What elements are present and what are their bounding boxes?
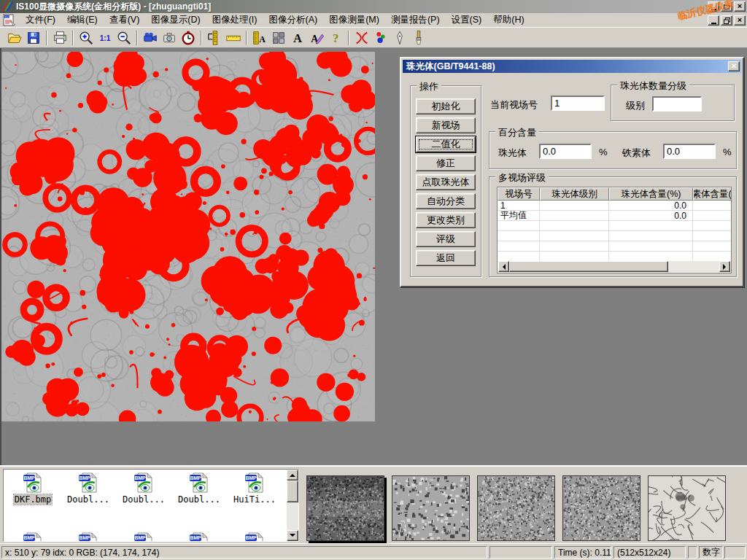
pen-button[interactable] — [390, 29, 409, 47]
hscroll-thumb[interactable] — [509, 261, 668, 272]
column-header-2[interactable]: 珠光体含量(%) — [609, 187, 693, 201]
multi-field-table[interactable]: 视场号珠光体级别珠光体含量(%)铁素体含量(%) 10.0平均值0.0 — [497, 187, 732, 273]
grade-level-input[interactable] — [652, 96, 702, 112]
open-button[interactable] — [5, 29, 24, 47]
file-list[interactable]: BMPDKF.bmpBMPDoubl...BMPDoubl...BMPDoubl… — [3, 469, 299, 542]
scroll-down-button[interactable] — [287, 530, 298, 541]
minimize-button[interactable] — [708, 1, 719, 12]
zoom-out-button[interactable] — [115, 29, 133, 47]
help-button[interactable]: ? — [326, 29, 345, 47]
specimen-thumbnail-5[interactable] — [648, 475, 726, 541]
curve-button[interactable] — [352, 29, 371, 47]
close-button[interactable]: × — [734, 1, 746, 12]
specimen-thumbnail-2[interactable] — [392, 475, 470, 541]
ruler-button[interactable] — [224, 29, 243, 47]
specimen-thumbnail-3[interactable] — [477, 475, 555, 541]
table-hscrollbar[interactable] — [498, 261, 730, 272]
grade-button[interactable]: 评级 — [416, 231, 476, 247]
dialog-title-bar[interactable]: 珠光体(GB/T9441-88) × — [403, 60, 741, 73]
menu-item-image-measure[interactable]: 图像测量(M) — [323, 12, 385, 28]
table-row-4[interactable] — [498, 241, 731, 252]
correct-button[interactable]: 修正 — [416, 155, 476, 171]
caliper-button[interactable] — [205, 29, 224, 47]
grid-button[interactable] — [269, 29, 288, 47]
brush-button[interactable] — [409, 29, 428, 47]
file-item-row2[interactable]: BMP — [173, 532, 225, 542]
binarize-button[interactable]: 二值化 — [416, 136, 476, 152]
video-button[interactable] — [141, 29, 160, 47]
auto-class-button[interactable]: 自动分类 — [416, 193, 476, 209]
filelist-vscrollbar[interactable] — [287, 470, 298, 541]
file-item-row2[interactable]: BMP — [117, 532, 170, 542]
table-cell — [540, 211, 609, 221]
file-item-row2[interactable]: BMP — [228, 532, 281, 542]
save-button[interactable] — [24, 29, 43, 47]
column-header-0[interactable]: 视场号 — [498, 187, 540, 201]
pearlite-percent-input[interactable] — [539, 144, 592, 159]
text-button[interactable]: A — [288, 29, 307, 47]
timer-button[interactable] — [179, 29, 198, 47]
vscroll-thumb[interactable] — [287, 481, 298, 502]
measure-text-button[interactable]: A — [250, 29, 269, 47]
menu-item-image-processing[interactable]: 图像处理(I) — [206, 12, 263, 28]
column-header-1[interactable]: 珠光体级别 — [540, 187, 609, 201]
menu-item-image-display[interactable]: 图像显示(D) — [145, 12, 206, 28]
file-item-Doubl...[interactable]: BMPDoubl... — [62, 472, 115, 505]
table-row-2[interactable] — [498, 221, 731, 231]
ferrite-percent-input[interactable] — [663, 144, 716, 159]
current-field-input[interactable] — [551, 96, 605, 111]
table-cell — [693, 221, 732, 231]
menu-item-view[interactable]: 查看(V) — [104, 12, 146, 28]
menu-item-file[interactable]: 文件(F) — [20, 12, 61, 28]
print-button[interactable] — [50, 29, 69, 47]
svg-text:BMP: BMP — [79, 535, 90, 540]
scroll-up-button[interactable] — [287, 470, 298, 481]
svg-text:BMP: BMP — [23, 475, 35, 481]
menu-item-help[interactable]: 帮助(H) — [487, 12, 530, 28]
menu-bar: DOC 文件(F)编辑(E)查看(V)图像显示(D)图像处理(I)图像分析(A)… — [0, 13, 747, 28]
specimen-thumbnail-1[interactable] — [306, 475, 384, 541]
grade-level-label: 级别 — [626, 99, 645, 112]
file-item-row2[interactable]: BMP — [7, 532, 59, 542]
maximize-button[interactable] — [721, 1, 732, 12]
table-row-1[interactable]: 平均值0.0 — [498, 211, 731, 221]
scroll-right-button[interactable] — [719, 261, 730, 272]
menu-item-edit[interactable]: 编辑(E) — [61, 12, 104, 28]
file-item-DKF.bmp[interactable]: BMPDKF.bmp — [7, 472, 59, 505]
dialog-close-button[interactable]: × — [728, 61, 740, 71]
menu-item-image-analysis[interactable]: 图像分析(A) — [263, 12, 323, 28]
file-item-row2[interactable]: BMP — [62, 532, 115, 542]
toolbar-separator — [72, 31, 74, 45]
zoom-in-button[interactable] — [77, 29, 96, 47]
init-button[interactable]: 初始化 — [416, 98, 476, 114]
capture-button[interactable] — [160, 29, 179, 47]
table-cell — [693, 211, 732, 221]
table-cell — [540, 231, 609, 241]
mdi-close-button[interactable]: × — [734, 15, 746, 26]
column-header-3[interactable]: 铁素体含量(%) — [693, 187, 732, 201]
specimen-thumbnail-4[interactable] — [562, 475, 640, 541]
file-item-HuiTi...[interactable]: BMPHuiTi... — [228, 472, 281, 505]
change-class-button[interactable]: 更改类别 — [416, 212, 476, 228]
menu-item-settings[interactable]: 设置(S) — [446, 12, 488, 28]
table-row-5[interactable] — [498, 252, 731, 262]
mdi-restore-button[interactable] — [721, 15, 732, 26]
file-item-Doubl...[interactable]: BMPDoubl... — [117, 472, 170, 505]
toolbar-separator — [246, 31, 247, 45]
new-field-button[interactable]: 新视场 — [416, 117, 476, 133]
particles-button[interactable] — [371, 29, 390, 47]
table-row-0[interactable]: 10.0 — [498, 201, 731, 211]
help-question-icon: ? — [327, 30, 344, 46]
menu-item-measure-report[interactable]: 测量报告(P) — [385, 12, 446, 28]
file-item-Doubl...[interactable]: BMPDoubl... — [173, 472, 225, 505]
scroll-left-button[interactable] — [498, 261, 509, 272]
actual-size-button[interactable]: 1:1 — [96, 29, 115, 47]
brush-icon — [410, 30, 427, 46]
micrograph-binarized-image[interactable] — [1, 52, 375, 421]
return-button[interactable]: 返回 — [416, 250, 476, 266]
table-row-3[interactable] — [498, 231, 731, 241]
mdi-minimize-button[interactable] — [708, 15, 719, 26]
annotate-button[interactable]: A — [307, 29, 326, 47]
pick-pearlite-button[interactable]: 点取珠光体 — [416, 174, 476, 190]
file-browser-bar: BMPDKF.bmpBMPDoubl...BMPDoubl...BMPDoubl… — [0, 465, 747, 543]
